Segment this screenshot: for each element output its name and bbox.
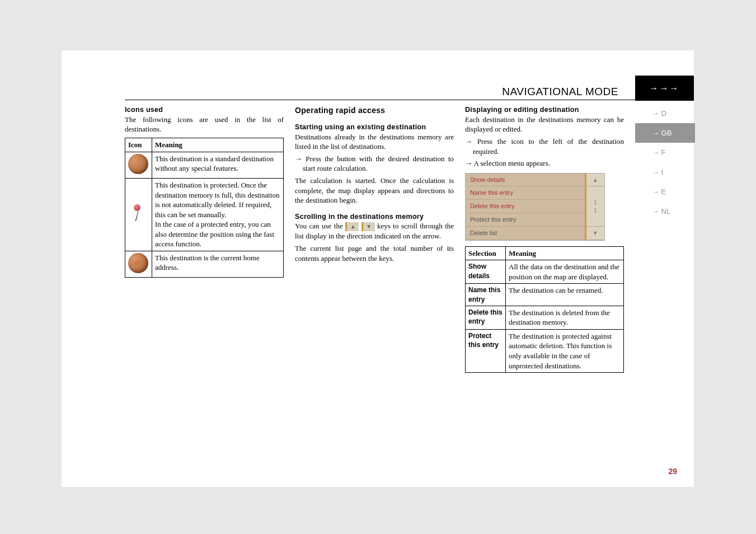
th-selection: Selection [466, 246, 506, 260]
selection-table: Selection Meaning Show details All the d… [465, 246, 624, 373]
content-columns: Icons used The following icons are used … [125, 105, 624, 373]
down-key-icon: ▼ [361, 222, 375, 231]
header-rule [125, 100, 635, 100]
col2-p1: Destinations already in the destinations… [295, 132, 454, 152]
col2-p3: You can use the ▲ ▼ keys to scroll throu… [295, 221, 454, 241]
col2-sub1: Starting using an existing destination [295, 123, 454, 132]
section-title: NAVIGATIONAL MODE [502, 86, 618, 98]
table-row: This destination is protected. Once the … [125, 179, 284, 251]
lang-gb[interactable]: → GB [635, 123, 695, 143]
step-text: Press the button with the desired destin… [303, 154, 454, 173]
icon-desc: This destination is a standard destinati… [152, 152, 284, 179]
table-row: Show details All the data on the destina… [466, 260, 624, 284]
sel-desc: The destination is protected against aut… [506, 329, 624, 372]
language-sidebar: → D → GB → F → I → E → NL [635, 104, 695, 221]
col3-step2: → A selection menu appears. [465, 158, 624, 168]
sel-desc: The destination can be renamed. [506, 284, 624, 306]
col2-p2: The calculation is started. Once the cal… [295, 176, 454, 205]
sel-name: Name this entry [466, 284, 506, 306]
menu-item[interactable]: Delete list [466, 226, 585, 240]
arrows-indicator: →→→ [635, 76, 694, 101]
lang-d[interactable]: → D [635, 104, 695, 123]
p3a: You can use the [295, 222, 343, 230]
menu-item[interactable]: Delete this entry [466, 200, 585, 213]
up-key-icon: ▲ [345, 222, 359, 231]
page-indicator: 1 1 [585, 186, 604, 227]
lang-nl[interactable]: → NL [635, 202, 695, 221]
pin-icon [128, 203, 145, 223]
table-row: This destination is a standard destinati… [125, 152, 284, 179]
sel-name: Delete this entry [466, 306, 506, 329]
arrow-icon: → [465, 137, 472, 146]
table-row: This destination is the current home add… [125, 251, 284, 278]
th-meaning: Meaning [506, 246, 624, 260]
table-row: Name this entry The destination can be r… [466, 284, 624, 306]
menu-item[interactable]: Name this entry [466, 186, 585, 200]
table-row: Protect this entry The destination is pr… [466, 329, 624, 372]
col1-intro: The following icons are used in the list… [125, 115, 284, 134]
column-1: Icons used The following icons are used … [125, 105, 284, 373]
lang-i[interactable]: → I [635, 162, 695, 182]
step-text: Press the icon to the left of the destin… [473, 137, 624, 156]
lang-e[interactable]: → E [635, 182, 695, 202]
arrow-icon: → [465, 159, 472, 167]
icons-table: Icon Meaning This destination is a stand… [125, 138, 284, 278]
icon-desc: This destination is protected. Once the … [152, 179, 284, 251]
icon-desc: This destination is the current home add… [152, 251, 284, 278]
col3-p1: Each destination in the destinations mem… [465, 115, 624, 134]
th-icon: Icon [125, 138, 152, 152]
col2-heading: Operating rapid access [295, 105, 454, 116]
page-container: NAVIGATIONAL MODE →→→ → D → GB → F → I →… [62, 50, 694, 487]
col1-heading: Icons used [125, 105, 284, 115]
sel-desc: The destination is deleted from the dest… [506, 306, 624, 329]
scroll-down-button[interactable]: ▼ [585, 226, 604, 240]
col2-step1: → Press the button with the desired dest… [295, 154, 454, 174]
th-meaning: Meaning [152, 138, 284, 152]
sel-name: Show details [466, 260, 506, 284]
menu-item[interactable]: Show details [466, 174, 585, 186]
globe-icon [128, 154, 148, 174]
col3-step1: → Press the icon to the left of the dest… [465, 137, 624, 156]
column-3: Displaying or editing destination Each d… [465, 105, 624, 373]
sel-desc: All the data on the destination and the … [506, 260, 624, 284]
menu-item[interactable]: Protect this entry [466, 213, 585, 227]
menu-screenshot: Show details▲ Name this entry1 1 Delete … [465, 173, 605, 241]
table-row: Delete this entry The destination is del… [466, 306, 624, 329]
header-bar: NAVIGATIONAL MODE →→→ [125, 84, 694, 101]
step-text: A selection menu appears. [474, 159, 550, 167]
column-2: Operating rapid access Starting using an… [295, 105, 454, 373]
scroll-up-button[interactable]: ▲ [585, 174, 604, 186]
col2-p4: The current list page and the total numb… [295, 243, 454, 263]
col2-sub2: Scrolling in the destinations memory [295, 212, 454, 222]
lang-f[interactable]: → F [635, 143, 695, 162]
sel-name: Protect this entry [466, 329, 506, 372]
home-icon [128, 253, 148, 273]
arrow-icon: → [295, 154, 302, 163]
col3-heading: Displaying or editing destination [465, 105, 624, 115]
page-number: 29 [668, 467, 677, 476]
